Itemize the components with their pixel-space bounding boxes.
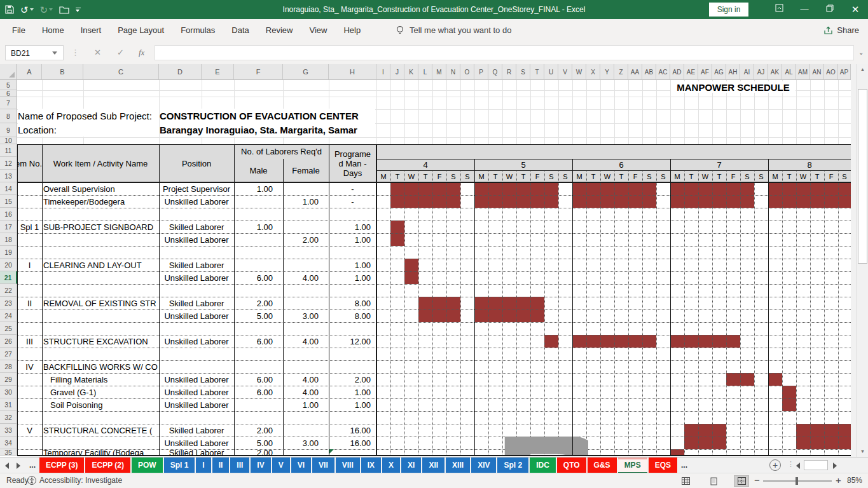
- sheet-tab-ecpp3[interactable]: ECPP (3): [39, 458, 84, 473]
- enter-icon[interactable]: ✓: [117, 45, 124, 60]
- sheet-tab-i[interactable]: I: [196, 458, 210, 473]
- column-header-W[interactable]: W: [572, 64, 586, 80]
- sheet-tab-vii[interactable]: VII: [312, 458, 334, 473]
- tabs-scroll-left-icon[interactable]: [5, 463, 9, 469]
- hscroll-left-icon[interactable]: [796, 463, 800, 469]
- accessibility-status[interactable]: Accessibility: Investigate: [39, 476, 122, 485]
- column-header-AG[interactable]: AG: [712, 64, 726, 80]
- cell-male[interactable]: 6.00: [234, 271, 283, 284]
- cell-man-days[interactable]: 16.00: [329, 437, 376, 449]
- cancel-icon[interactable]: ✕: [94, 45, 101, 60]
- tab-formulas[interactable]: Formulas: [172, 19, 223, 41]
- cell-man-days[interactable]: -: [329, 182, 376, 195]
- row-header-8[interactable]: 8: [0, 109, 17, 123]
- cell-item-no[interactable]: III: [17, 335, 42, 348]
- cell-item-no[interactable]: Spl 1: [17, 220, 42, 233]
- column-header-B[interactable]: B: [42, 64, 83, 80]
- cell-work-item[interactable]: CLEARING AND LAY-OUT: [42, 259, 159, 271]
- row-header-16[interactable]: 16: [0, 208, 17, 220]
- column-header-AD[interactable]: AD: [670, 64, 684, 80]
- minimize-button[interactable]: ―: [792, 0, 817, 19]
- column-header-AM[interactable]: AM: [796, 64, 810, 80]
- row-header-17[interactable]: 17: [0, 220, 17, 233]
- column-header-AI[interactable]: AI: [740, 64, 754, 80]
- sheet-tab-v[interactable]: V: [272, 458, 290, 473]
- row-header-23[interactable]: 23: [0, 297, 17, 309]
- row-header-19[interactable]: 19: [0, 246, 17, 259]
- cell-work-item[interactable]: Temporary Facility (Bodega: [42, 449, 159, 456]
- row-header-12[interactable]: 12: [0, 157, 17, 170]
- cell-female[interactable]: 1.00: [283, 195, 329, 208]
- column-header-AC[interactable]: AC: [656, 64, 670, 80]
- cell-work-item[interactable]: REMOVAL OF EXISTING STR: [42, 297, 159, 309]
- column-header-AJ[interactable]: AJ: [754, 64, 768, 80]
- undo-button[interactable]: ↺: [20, 5, 34, 15]
- row-header-34[interactable]: 34: [0, 437, 17, 449]
- row-header-10[interactable]: 10: [0, 137, 17, 144]
- row-header-18[interactable]: 18: [0, 233, 17, 246]
- column-header-O[interactable]: O: [460, 64, 474, 80]
- column-header-AF[interactable]: AF: [698, 64, 712, 80]
- column-header-R[interactable]: R: [502, 64, 516, 80]
- column-header-X[interactable]: X: [586, 64, 600, 80]
- cell-position[interactable]: Project Supervisor: [159, 182, 234, 195]
- cell-female[interactable]: 4.00: [283, 271, 329, 284]
- row-header-28[interactable]: 28: [0, 360, 17, 373]
- column-header-AO[interactable]: AO: [824, 64, 838, 80]
- cell-position[interactable]: Unskilled Laborer: [159, 398, 234, 411]
- tab-data[interactable]: Data: [223, 19, 257, 41]
- sheet-tab-spl2[interactable]: Spl 2: [497, 458, 528, 473]
- cell-man-days[interactable]: 1.00: [329, 233, 376, 246]
- cell-female[interactable]: 4.00: [283, 335, 329, 348]
- vertical-scroll-thumb[interactable]: [858, 89, 867, 264]
- tab-help[interactable]: Help: [335, 19, 369, 41]
- cell-work-item[interactable]: STRUCTURAL CONCRETE (: [42, 424, 159, 437]
- column-header-AE[interactable]: AE: [684, 64, 698, 80]
- cell-male[interactable]: 6.00: [234, 335, 283, 348]
- column-header-AK[interactable]: AK: [768, 64, 782, 80]
- row-header-7[interactable]: 7: [0, 97, 17, 109]
- column-header-AN[interactable]: AN: [810, 64, 824, 80]
- tab-page-layout[interactable]: Page Layout: [109, 19, 172, 41]
- column-header-AP[interactable]: AP: [838, 64, 851, 80]
- cell-man-days[interactable]: 16.00: [329, 424, 376, 437]
- cell-man-days[interactable]: 8.00: [329, 297, 376, 309]
- open-folder-icon[interactable]: [59, 6, 69, 14]
- sheet-tab-pow[interactable]: POW: [132, 458, 163, 473]
- row-header-9[interactable]: 9: [0, 123, 17, 137]
- column-header-A[interactable]: A: [17, 64, 42, 80]
- cell-position[interactable]: Unskilled Laborer: [159, 309, 234, 322]
- column-header-F[interactable]: F: [234, 64, 283, 80]
- cell-item-no[interactable]: IV: [17, 360, 42, 373]
- tell-me-box[interactable]: Tell me what you want to do: [396, 19, 511, 41]
- accessibility-icon[interactable]: [27, 475, 37, 487]
- sheet-tab-xi[interactable]: XI: [401, 458, 421, 473]
- sheet-tab-gs[interactable]: G&S: [588, 458, 617, 473]
- sheet-tab-idc[interactable]: IDC: [530, 458, 556, 473]
- row-header-21[interactable]: 21: [0, 271, 17, 284]
- column-header-C[interactable]: C: [83, 64, 159, 80]
- cell-item-no[interactable]: V: [17, 424, 42, 437]
- row-header-11[interactable]: 11: [0, 144, 17, 157]
- tab-view[interactable]: View: [301, 19, 335, 41]
- column-header-I[interactable]: I: [376, 64, 390, 80]
- scroll-up-icon[interactable]: ▲: [857, 67, 868, 72]
- tab-file[interactable]: File: [4, 19, 34, 41]
- cell-position[interactable]: Skilled Laborer: [159, 297, 234, 309]
- cell-work-item[interactable]: Overall Supervision: [42, 182, 159, 195]
- column-header-E[interactable]: E: [202, 64, 234, 80]
- sheet-tab-vi[interactable]: VI: [291, 458, 311, 473]
- row-header-26[interactable]: 26: [0, 335, 17, 348]
- cell-man-days[interactable]: -: [329, 195, 376, 208]
- column-header-Q[interactable]: Q: [488, 64, 502, 80]
- sheet-tab-x[interactable]: X: [382, 458, 400, 473]
- column-header-Z[interactable]: Z: [614, 64, 628, 80]
- cell-item-no[interactable]: II: [17, 297, 42, 309]
- cell-male[interactable]: 2.00: [234, 297, 283, 309]
- scroll-down-icon[interactable]: ▼: [857, 449, 868, 454]
- cell-position[interactable]: Unskilled Laborer: [159, 437, 234, 449]
- cell-position[interactable]: Skilled Laborer: [159, 220, 234, 233]
- tab-review[interactable]: Review: [258, 19, 301, 41]
- cell-female[interactable]: 1.00: [283, 398, 329, 411]
- new-sheet-button[interactable]: +: [769, 459, 781, 471]
